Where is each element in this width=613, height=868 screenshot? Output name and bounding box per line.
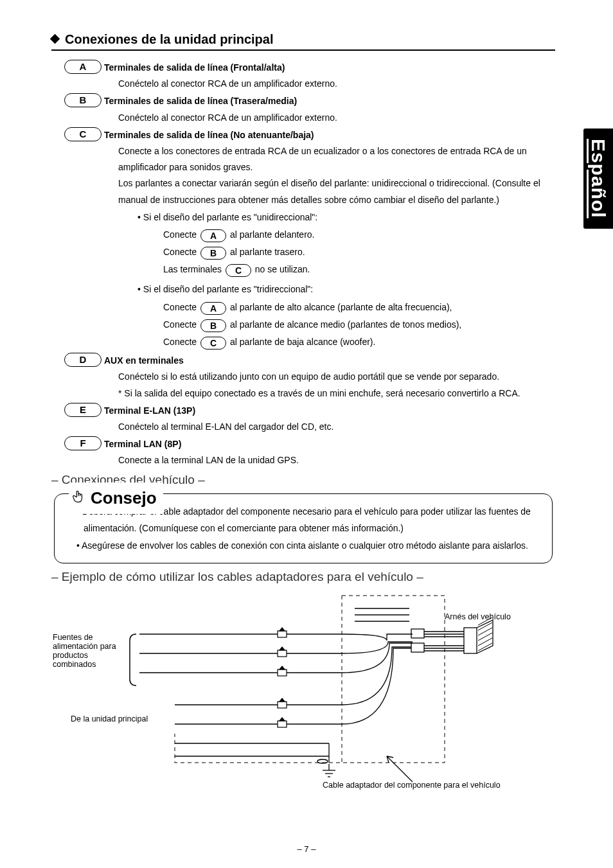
- t: no se utilizan.: [253, 264, 310, 274]
- hand-icon: [71, 489, 85, 507]
- example-head: – Ejemplo de cómo utilizar los cables ad…: [51, 570, 555, 584]
- t: Conecte: [163, 302, 199, 312]
- tip-box: Consejo Deberá comprar el cable adaptado…: [54, 493, 553, 564]
- svg-rect-0: [278, 631, 287, 637]
- svg-rect-5: [411, 629, 424, 638]
- label-c: C: [64, 127, 102, 141]
- tri-c: Conecte C al parlante de baja alcance (w…: [163, 334, 555, 350]
- item-f-desc: Conecte a la terminal LAN de la unidad G…: [118, 452, 555, 468]
- inline-a2: A: [200, 302, 226, 315]
- tri-b: Conecte B al parlante de alcance medio (…: [163, 317, 555, 333]
- uni-c: Las terminales C no se utilizan.: [163, 261, 555, 278]
- label-e: E: [64, 403, 102, 417]
- svg-rect-6: [411, 643, 424, 652]
- inline-c: C: [226, 264, 251, 277]
- svg-rect-4: [278, 721, 287, 727]
- uni-a: Conecte A al parlante delantero.: [163, 227, 555, 243]
- item-c-title: Terminales de salida de línea (No atenua…: [104, 127, 555, 143]
- page-number: – 7 –: [0, 844, 613, 854]
- item-a: A Terminales de salida de línea (Frontal…: [62, 60, 555, 92]
- tip-title: Consejo: [69, 483, 163, 514]
- item-b: B Terminales de salida de línea (Trasera…: [62, 93, 555, 125]
- t: Conecte: [163, 229, 199, 240]
- inline-c2: C: [200, 337, 226, 350]
- item-a-desc: Conéctelo al conector RCA de un amplific…: [118, 76, 555, 92]
- item-d: D AUX en terminales Conéctelo si lo está…: [62, 353, 555, 402]
- uni-b: Conecte B al parlante trasero.: [163, 244, 555, 260]
- diag-label-sources: Fuentes de alimentación para productos c…: [53, 633, 130, 669]
- item-b-title: Terminales de salida de línea (Trasera/m…: [104, 93, 555, 109]
- t: Conecte: [163, 319, 199, 330]
- tip-bullet-2: Asegúrese de envolver los cables de cone…: [76, 537, 540, 554]
- t: Conecte: [163, 337, 199, 347]
- diag-label-harness: Arnés del vehículo: [445, 612, 511, 621]
- item-d-title: AUX en terminales: [104, 353, 555, 369]
- svg-rect-2: [278, 669, 287, 676]
- section-title-text: Conexiones de la unidad principal: [65, 32, 274, 46]
- t: al parlante de alto alcance (parlante de…: [227, 302, 452, 312]
- tri-head-text: Si el diseño del parlante es "tridirecci…: [143, 284, 313, 294]
- item-c-p2: Los parlantes a conectar variarán según …: [118, 175, 555, 208]
- uni-list: • Si el diseño del parlante es "unidirec…: [138, 209, 555, 351]
- t: al parlante de alcance medio (parlantes …: [227, 319, 461, 330]
- tri-a: Conecte A al parlante de alto alcance (p…: [163, 299, 555, 315]
- wiring-diagram: Fuentes de alimentación para productos c…: [53, 589, 554, 808]
- terminal-definitions: A Terminales de salida de línea (Frontal…: [62, 60, 555, 469]
- tri-head: • Si el diseño del parlante es "tridirec…: [138, 281, 555, 297]
- section-title: Conexiones de la unidad principal: [51, 32, 555, 51]
- t: Las terminales: [163, 264, 224, 274]
- uni-head: • Si el diseño del parlante es "unidirec…: [138, 209, 555, 226]
- inline-b2: B: [200, 319, 226, 332]
- item-f: F Terminal LAN (8P) Conecte a la termina…: [62, 436, 555, 468]
- svg-rect-1: [278, 650, 287, 657]
- item-e: E Terminal E-LAN (13P) Conéctelo al term…: [62, 403, 555, 435]
- svg-rect-13: [464, 628, 477, 653]
- item-c-p1: Conecte a los conectores de entrada RCA …: [118, 143, 555, 175]
- item-d-p2: * Si la salida del equipo conectado es a…: [118, 385, 555, 402]
- item-f-title: Terminal LAN (8P): [104, 436, 555, 452]
- label-f: F: [64, 436, 102, 450]
- t: al parlante trasero.: [227, 247, 305, 257]
- diag-label-adapter: Cable adaptador del componente para el v…: [323, 781, 501, 790]
- item-b-desc: Conéctelo al conector RCA de un amplific…: [118, 110, 555, 126]
- item-e-desc: Conéctelo al terminal E-LAN del cargador…: [118, 419, 555, 435]
- item-a-title: Terminales de salida de línea (Frontal/a…: [104, 60, 555, 76]
- item-c: C Terminales de salida de línea (No aten…: [62, 127, 555, 351]
- label-b: B: [64, 93, 102, 107]
- page-content: Conexiones de la unidad principal A Term…: [0, 0, 613, 827]
- item-e-title: Terminal E-LAN (13P): [104, 403, 555, 419]
- svg-line-25: [387, 756, 413, 782]
- t: Conecte: [163, 247, 199, 257]
- inline-a: A: [200, 229, 226, 242]
- svg-rect-3: [278, 702, 287, 708]
- t: al parlante delantero.: [227, 229, 314, 240]
- item-d-p1: Conéctelo si lo está utilizando junto co…: [118, 369, 555, 385]
- inline-b: B: [200, 247, 226, 260]
- label-a: A: [64, 60, 102, 74]
- t: al parlante de baja alcance (woofer).: [227, 337, 375, 347]
- uni-head-text: Si el diseño del parlante es "unidirecci…: [143, 212, 317, 222]
- diamond-bullet-icon: [50, 34, 60, 44]
- label-d: D: [64, 353, 102, 367]
- diag-label-mainunit: De la unidad principal: [71, 714, 148, 723]
- tip-title-text: Consejo: [91, 483, 157, 514]
